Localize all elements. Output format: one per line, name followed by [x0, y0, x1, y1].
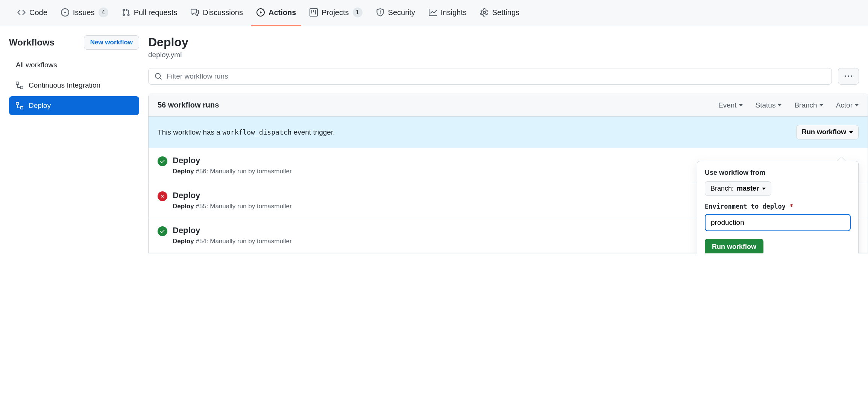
run-title: Deploy [173, 156, 292, 165]
sidebar-item-deploy[interactable]: Deploy [9, 96, 139, 115]
tab-insights[interactable]: Insights [423, 0, 472, 26]
tab-projects[interactable]: Projects 1 [304, 0, 367, 26]
more-actions-button[interactable] [838, 68, 859, 85]
repo-tabnav: Code Issues 4 Pull requests Discussions … [0, 0, 868, 26]
graph-icon [429, 8, 437, 17]
tab-label: Actions [269, 8, 296, 17]
caret-down-icon [855, 104, 859, 106]
environment-input[interactable] [705, 214, 851, 231]
sidebar-all-workflows[interactable]: All workflows [9, 56, 139, 74]
projects-count-badge: 1 [353, 8, 363, 17]
run-meta: Deploy #55: Manually run by tomasmuller [173, 203, 292, 210]
filter-input-container[interactable] [148, 68, 832, 85]
run-workflow-popover: Use workflow from Branch: master Environ… [697, 161, 859, 253]
caret-down-icon [762, 188, 766, 190]
search-icon [155, 73, 162, 80]
workflow-icon [16, 102, 23, 109]
tab-label: Pull requests [134, 8, 178, 17]
filter-event[interactable]: Event [718, 101, 743, 109]
runs-list-box: 56 workflow runs Event Status Branch Act… [148, 94, 868, 253]
status-success-icon [158, 226, 167, 236]
sidebar-item-ci[interactable]: Continuous Integration [9, 76, 139, 95]
sidebar-item-label: All workflows [16, 61, 57, 69]
run-title: Deploy [173, 226, 292, 235]
tab-settings[interactable]: Settings [475, 0, 525, 26]
page-title: Deploy [148, 35, 868, 49]
dispatch-trigger-banner: This workflow has a workflow_dispatch ev… [149, 117, 868, 148]
tab-label: Insights [441, 8, 467, 17]
filter-runs-input[interactable] [167, 72, 826, 80]
tab-pull-requests[interactable]: Pull requests [117, 0, 183, 26]
play-icon [256, 8, 265, 17]
issue-icon [61, 8, 69, 17]
run-title: Deploy [173, 191, 292, 200]
caret-down-icon [778, 104, 782, 106]
gear-icon [480, 8, 489, 17]
workflow-filename: deploy.yml [148, 51, 868, 59]
filter-actor[interactable]: Actor [836, 101, 859, 109]
env-field-label: Environment to deploy * [705, 203, 851, 210]
tab-label: Issues [73, 8, 95, 17]
tab-label: Settings [492, 8, 519, 17]
sidebar-title: Workflows [9, 37, 55, 48]
kebab-icon [845, 73, 852, 80]
pull-request-icon [122, 8, 130, 17]
discussions-icon [191, 8, 199, 17]
tab-discussions[interactable]: Discussions [185, 0, 248, 26]
caret-down-icon [819, 104, 823, 106]
sidebar-item-label: Continuous Integration [29, 81, 100, 89]
filter-status[interactable]: Status [756, 101, 782, 109]
issues-count-badge: 4 [99, 8, 108, 17]
run-meta: Deploy #54: Manually run by tomasmuller [173, 238, 292, 245]
popover-heading: Use workflow from [705, 169, 851, 177]
tab-security[interactable]: Security [371, 0, 420, 26]
tab-code[interactable]: Code [12, 0, 53, 26]
tab-issues[interactable]: Issues 4 [56, 0, 114, 26]
code-icon [17, 8, 26, 17]
tab-label: Projects [322, 8, 349, 17]
tab-label: Discussions [203, 8, 243, 17]
run-meta: Deploy #56: Manually run by tomasmuller [173, 168, 292, 175]
caret-down-icon [849, 131, 853, 133]
status-success-icon [158, 156, 167, 166]
tab-actions[interactable]: Actions [251, 0, 301, 26]
workflow-icon [16, 82, 23, 89]
main-content: Deploy deploy.yml 56 workflow runs Event… [148, 35, 868, 253]
new-workflow-button[interactable]: New workflow [84, 35, 139, 50]
caret-down-icon [739, 104, 743, 106]
filter-branch[interactable]: Branch [794, 101, 823, 109]
run-workflow-submit-button[interactable]: Run workflow [705, 239, 763, 253]
status-fail-icon [158, 191, 167, 201]
projects-icon [310, 8, 318, 17]
workflows-sidebar: Workflows New workflow All workflows Con… [9, 35, 148, 253]
shield-icon [376, 8, 384, 17]
sidebar-item-label: Deploy [29, 102, 51, 110]
branch-select-dropdown[interactable]: Branch: master [705, 181, 771, 196]
tab-label: Security [388, 8, 415, 17]
run-workflow-dropdown-button[interactable]: Run workflow [796, 125, 859, 139]
banner-text-prefix: This workflow has a [158, 128, 222, 136]
banner-text-suffix: event trigger. [291, 128, 335, 136]
banner-code: workflow_dispatch [222, 128, 291, 136]
runs-count-label: 56 workflow runs [158, 101, 219, 109]
tab-label: Code [29, 8, 47, 17]
